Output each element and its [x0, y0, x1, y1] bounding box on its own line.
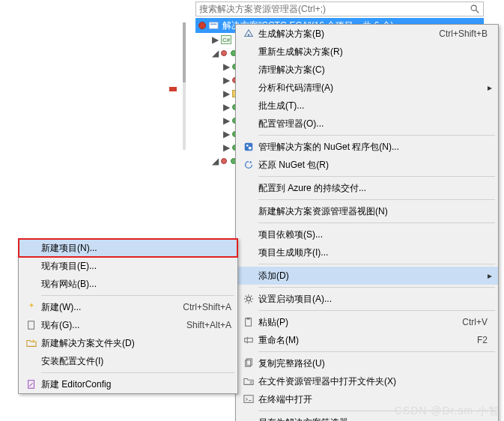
menu-existing-item[interactable]: 现有(G)... Shift+Alt+A	[19, 316, 237, 334]
menu-add[interactable]: 添加(D)▸	[236, 267, 498, 285]
search-icon	[470, 4, 480, 14]
copy-icon	[239, 358, 258, 369]
csharp-icon: C#	[221, 35, 231, 44]
menu-build-solution[interactable]: 生成解决方案(B) Ctrl+Shift+B	[236, 25, 498, 43]
menu-paste[interactable]: 粘贴(P) Ctrl+V	[236, 313, 498, 331]
separator	[258, 287, 495, 288]
svg-rect-15	[244, 396, 253, 403]
nuget-icon	[239, 142, 258, 152]
watermark: CSDN @Dr.sm 小智	[395, 405, 500, 418]
separator	[41, 295, 234, 296]
menu-copy-path[interactable]: 复制完整路径(U)	[236, 354, 498, 372]
separator	[258, 310, 495, 311]
rename-icon	[239, 335, 258, 345]
svg-point-7	[249, 147, 252, 150]
menu-set-startup[interactable]: 设置启动项目(A)...	[236, 290, 498, 308]
separator	[258, 135, 495, 136]
svg-point-8	[246, 297, 250, 300]
paste-icon	[239, 317, 258, 327]
terminal-icon	[239, 394, 258, 405]
svg-rect-11	[245, 338, 253, 342]
menu-new-view[interactable]: 新建解决方案资源管理器视图(N)	[236, 202, 498, 220]
status-dot-icon	[198, 22, 206, 29]
separator	[41, 372, 234, 373]
separator	[258, 222, 495, 223]
menu-build-order[interactable]: 项目生成顺序(I)...	[236, 243, 498, 261]
svg-rect-3	[210, 23, 217, 25]
svg-rect-16	[28, 321, 34, 330]
svg-point-0	[471, 5, 476, 10]
gear-icon	[239, 294, 258, 304]
svg-rect-5	[245, 143, 253, 151]
menu-existing-project[interactable]: 现有项目(E)...	[19, 257, 237, 275]
menu-new-project[interactable]: 新建项目(N)...	[19, 239, 237, 257]
menu-existing-website[interactable]: 现有网站(B)...	[19, 275, 237, 293]
menu-project-deps[interactable]: 项目依赖项(S)...	[236, 225, 498, 243]
minimap-scroll	[183, 22, 186, 150]
separator	[258, 199, 495, 200]
menu-config-manager[interactable]: 配置管理器(O)...	[236, 115, 498, 133]
folder-open-icon	[239, 376, 258, 387]
menu-azure[interactable]: 配置到 Azure 的持续交付...	[236, 179, 498, 197]
search-input[interactable]	[199, 4, 470, 14]
svg-rect-2	[209, 22, 218, 29]
solution-context-menu: 生成解决方案(B) Ctrl+Shift+B 重新生成解决方案(R) 清理解决方…	[235, 24, 499, 421]
restore-icon	[239, 160, 258, 170]
svg-point-6	[246, 145, 249, 147]
add-submenu: 新建项目(N)... 现有项目(E)... 现有网站(B)... 新建(W)..…	[18, 238, 238, 394]
red-marker	[169, 87, 177, 91]
separator	[258, 176, 495, 177]
menu-new-solution-folder[interactable]: 新建解决方案文件夹(D)	[19, 334, 237, 352]
separator	[258, 264, 495, 264]
new-folder-icon	[22, 338, 41, 348]
menu-manage-nuget[interactable]: 管理解决方案的 NuGet 程序包(N)...	[236, 138, 498, 156]
new-item-icon	[22, 302, 41, 312]
svg-point-4	[248, 34, 250, 36]
svg-line-1	[476, 10, 479, 13]
menu-new-editorconfig[interactable]: 新建 EditorConfig	[19, 375, 237, 393]
menu-new-item[interactable]: 新建(W)... Ctrl+Shift+A	[19, 298, 237, 316]
menu-rebuild-solution[interactable]: 重新生成解决方案(R)	[236, 43, 498, 61]
menu-batch-build[interactable]: 批生成(T)...	[236, 97, 498, 115]
menu-restore-nuget[interactable]: 还原 NuGet 包(R)	[236, 156, 498, 174]
project-dot-icon	[221, 50, 227, 56]
project-dot-icon	[221, 158, 227, 164]
editorconfig-icon	[22, 379, 41, 390]
menu-clean-solution[interactable]: 清理解决方案(C)	[236, 61, 498, 79]
solution-icon	[209, 21, 219, 30]
menu-open-explorer[interactable]: 在文件资源管理器中打开文件夹(X)	[236, 372, 498, 390]
separator	[258, 351, 495, 352]
solution-search[interactable]	[195, 1, 484, 16]
existing-item-icon	[22, 320, 41, 330]
svg-rect-10	[246, 318, 249, 320]
build-icon	[239, 28, 258, 39]
menu-rename[interactable]: 重命名(M) F2	[236, 331, 498, 349]
menu-install-config[interactable]: 安装配置文件(I)	[19, 352, 237, 370]
menu-analyze[interactable]: 分析和代码清理(A)▸	[236, 79, 498, 97]
